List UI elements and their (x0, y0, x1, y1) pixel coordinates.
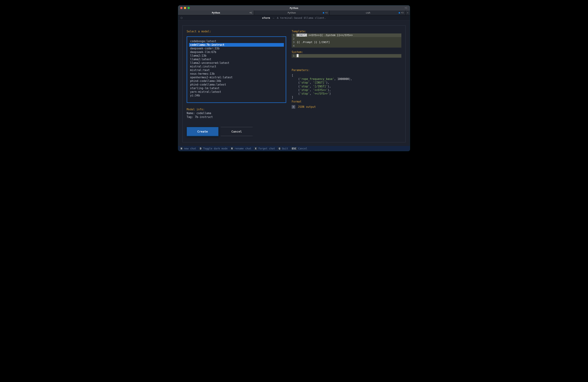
cmd-label: new chat (184, 147, 196, 150)
model-tag-label: Tag: (187, 115, 195, 119)
param-line: ] (292, 96, 401, 99)
model-item[interactable]: yarn-mistral:latest (189, 90, 284, 94)
app-name: oTerm (262, 17, 270, 19)
tab-label: -zsh (365, 11, 370, 14)
param-line: ('stop', '[INST]'), (292, 81, 401, 84)
model-item[interactable]: codellama:7b-instruct (189, 43, 284, 47)
template-editor[interactable]: 1[INST] <<SYS>>{{ .System }}<</SYS>>23{{… (292, 34, 401, 48)
param-line: ('stop', '<<SYS>>'), (292, 88, 401, 92)
model-item[interactable]: deepseek-llm:67b (189, 50, 284, 54)
template-heading: Template: (292, 30, 401, 33)
param-line: ('stop', '<</SYS>>') (292, 92, 401, 96)
modified-dot-icon (323, 12, 324, 14)
model-item[interactable]: llama2-uncensored:latest (189, 61, 284, 65)
format-row: X JSON output (292, 105, 401, 109)
tab-label: Python (212, 11, 220, 14)
tab-1[interactable]: Python⌘2 (254, 11, 330, 15)
model-name-value: codellama (196, 112, 211, 115)
create-button[interactable]: Create (187, 127, 218, 136)
line-number: 2 (292, 37, 296, 41)
right-column: Template: 1[INST] <<SYS>>{{ .System }}<<… (292, 30, 401, 136)
line-number: 1 (292, 54, 296, 58)
cmd-key[interactable]: R (230, 147, 234, 150)
line-number: 1 (292, 34, 296, 37)
command-bar: Nnew chatDToggle dark modeRrename chatXf… (178, 146, 410, 151)
cmd-label: Cancel (298, 147, 307, 150)
model-item[interactable]: phind-codellama:34b (189, 79, 284, 83)
model-item[interactable]: mistral:text (189, 68, 284, 72)
system-heading: System: (292, 50, 401, 54)
cmd-label: forget chat (258, 147, 275, 150)
code-line[interactable] (296, 37, 401, 41)
line-number: 3 (292, 40, 296, 44)
zoom-icon[interactable] (188, 7, 190, 9)
cmd-key[interactable]: X (254, 147, 257, 150)
json-output-label: JSON output (298, 105, 316, 109)
window-title: Python (178, 7, 410, 9)
app-tagline: A terminal-based Ollama client. (277, 17, 326, 19)
format-heading: Format (292, 100, 401, 103)
tab-bar: Python⌘1Python⌘2-zsh⌘3+ (178, 11, 410, 15)
titlebar: Python ⌘1 (178, 5, 410, 11)
model-dialog: Select a model: codebooga:latestcodellam… (183, 25, 405, 142)
tab-label: Python (288, 11, 296, 14)
cmd-key[interactable]: D (199, 147, 202, 150)
param-line: ('stop', '[/INST]'), (292, 85, 401, 88)
minimize-icon[interactable] (184, 7, 186, 9)
cmd-key[interactable]: Q (277, 147, 281, 150)
model-list[interactable]: codebooga:latestcodellama:7b-instructdee… (187, 36, 286, 103)
system-input[interactable] (296, 54, 401, 58)
modified-dot-icon (399, 12, 400, 14)
tab-2[interactable]: -zsh⌘3 (330, 11, 405, 15)
model-item[interactable]: openhermes2-mistral:latest (189, 76, 284, 79)
model-info-heading: Model info: (187, 108, 205, 111)
line-number: 4 (292, 44, 296, 48)
parameters-block: [ ('rope_frequency_base', 1000000), ('st… (292, 74, 401, 99)
cmd-key[interactable]: ESC (291, 147, 297, 150)
cursor-icon (297, 54, 298, 57)
tab-shortcut: ⌘1 (250, 12, 252, 14)
cmd-key[interactable]: N (180, 147, 183, 150)
window-shortcut-hint: ⌘1 (405, 7, 410, 9)
model-item[interactable]: starling-lm:latest (189, 86, 284, 90)
new-tab-button[interactable]: + (405, 11, 410, 15)
parameters-heading: Parameters: (292, 69, 401, 72)
param-line: [ (292, 74, 401, 77)
traffic-lights (178, 7, 190, 9)
model-item[interactable]: mistral:instruct (189, 65, 284, 68)
model-item[interactable]: yi:34b (189, 94, 284, 97)
model-item[interactable]: codebooga:latest (189, 39, 284, 43)
tab-shortcut: ⌘3 (399, 12, 403, 14)
model-info: Model info: Name: codellama Tag: 7b-inst… (187, 108, 286, 119)
param-line: ('rope_frequency_base', 1000000), (292, 77, 401, 81)
dialog-buttons: Create Cancel (187, 127, 286, 136)
model-item[interactable]: nous-hermes:13b (189, 72, 284, 76)
select-model-heading: Select a model: (187, 30, 286, 33)
workspace: Select a model: codebooga:latestcodellam… (178, 21, 410, 146)
model-item[interactable]: phind-codellama:latest (189, 83, 284, 86)
terminal-window: Python ⌘1 Python⌘1Python⌘2-zsh⌘3+ oTerm … (178, 5, 410, 151)
model-item[interactable]: deepseek-coder:33b (189, 47, 284, 50)
model-tag-value: 7b-instruct (195, 115, 213, 119)
cmd-label: Toggle dark mode (203, 147, 228, 150)
left-column: Select a model: codebooga:latestcodellam… (187, 30, 286, 136)
tab-shortcut: ⌘2 (323, 12, 328, 14)
code-line[interactable]: [INST] <<SYS>>{{ .System }}<</SYS>> (296, 34, 401, 37)
cmd-label: Quit (282, 147, 288, 150)
spinner-icon (181, 17, 183, 19)
json-output-checkbox[interactable]: X (292, 105, 295, 109)
app-header: oTerm — A terminal-based Ollama client. (178, 15, 410, 21)
close-icon[interactable] (180, 7, 183, 9)
code-line[interactable] (296, 44, 401, 48)
tab-0[interactable]: Python⌘1 (178, 11, 254, 15)
code-line[interactable]: {{ .Prompt }} [/INST] (296, 40, 401, 44)
model-name-label: Name: (187, 112, 196, 115)
system-editor[interactable]: 1 (292, 54, 401, 58)
cmd-label: rename chat (235, 147, 252, 150)
model-item[interactable]: llama2:13b (189, 54, 284, 57)
separator: — (273, 17, 274, 19)
model-item[interactable]: llama2:latest (189, 57, 284, 61)
cancel-button[interactable]: Cancel (221, 127, 252, 136)
